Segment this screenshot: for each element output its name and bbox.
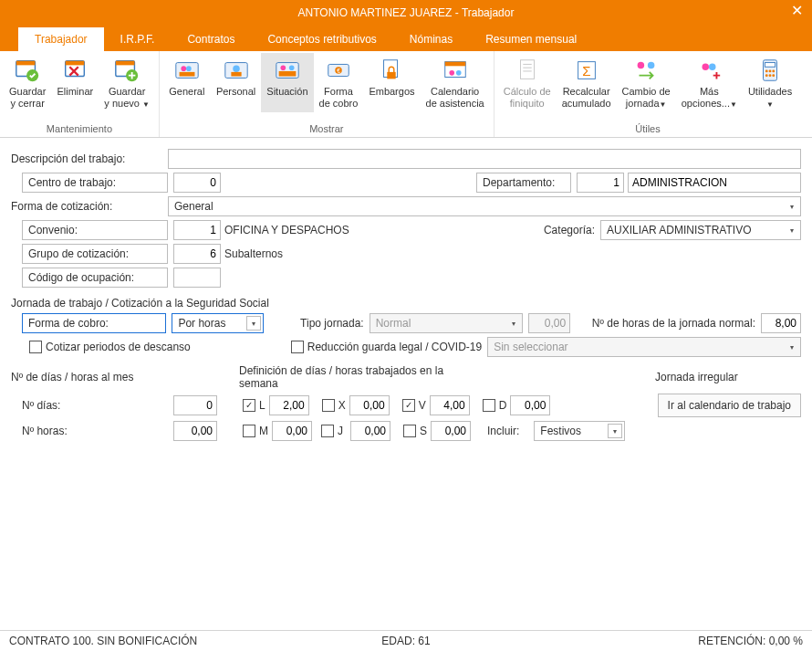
day-M-input[interactable] xyxy=(272,421,312,441)
window-title: ANTONIO MARTINEZ JUAREZ - Trabajador xyxy=(298,6,515,19)
svg-point-27 xyxy=(456,70,462,76)
situacion-button[interactable]: Situación xyxy=(261,53,313,112)
grupo-cotizacion-input[interactable] xyxy=(173,244,221,264)
receipt-icon xyxy=(514,57,541,84)
day-S-checkbox[interactable]: S xyxy=(403,425,427,437)
day-V-input[interactable] xyxy=(430,395,470,415)
reduccion-checkbox[interactable]: Reducción guarda legal / COVID-19 xyxy=(291,341,482,353)
day-D-input[interactable] xyxy=(510,395,550,415)
svg-rect-11 xyxy=(179,72,194,77)
chevron-down-icon: ▼ xyxy=(660,100,667,108)
codigo-ocupacion-label: Código de ocupación: xyxy=(22,268,168,288)
mas-opciones-button[interactable]: Más opciones...▼ xyxy=(676,53,743,112)
day-J-checkbox[interactable]: J xyxy=(321,425,343,437)
ribbon-group-label: Mostrar xyxy=(163,121,490,137)
grupo-cotizacion-label: Grupo de cotización: xyxy=(22,244,168,264)
svg-point-16 xyxy=(280,65,286,70)
ndias-label: Nº días: xyxy=(22,397,82,414)
tab-contratos[interactable]: Contratos xyxy=(171,27,251,51)
chevron-down-icon: ▾ xyxy=(608,424,622,438)
nhoras-input[interactable] xyxy=(173,421,217,441)
svg-rect-6 xyxy=(116,61,135,66)
section-jornada-title: Jornada de trabajo / Cotización a la Seg… xyxy=(11,297,801,310)
convenio-input[interactable] xyxy=(173,220,221,240)
centro-trabajo-label: Centro de trabajo: xyxy=(22,173,168,193)
form-situacion: Descripción del trabajo: Centro de traba… xyxy=(0,138,812,441)
reduccion-select: Sin seleccionar▾ xyxy=(487,337,801,357)
categoria-select[interactable]: AUXILIAR ADMINISTRATIVO▾ xyxy=(600,220,801,240)
categoria-label: Categoría: xyxy=(544,222,600,238)
centro-trabajo-input[interactable] xyxy=(173,173,221,193)
svg-rect-40 xyxy=(765,63,775,68)
tab-irpf[interactable]: I.R.P.F. xyxy=(104,27,172,51)
svg-point-9 xyxy=(181,66,186,71)
general-button[interactable]: General xyxy=(163,53,211,112)
save-new-button[interactable]: Guardar y nuevo ▼ xyxy=(99,53,155,112)
delete-button[interactable]: Eliminar xyxy=(51,53,99,112)
col1-title: Nº de días / horas al mes xyxy=(11,371,239,383)
chevron-down-icon: ▾ xyxy=(786,200,798,213)
col2-title: Definición de días / horas trabajados en… xyxy=(239,364,476,390)
incluir-label: Incluir: xyxy=(487,423,525,439)
svg-point-13 xyxy=(233,65,240,72)
day-X-input[interactable] xyxy=(349,395,390,415)
forma-cobro-label: Forma de cobro: xyxy=(22,313,167,333)
checkbox-icon: ✓ xyxy=(243,399,255,412)
embargos-button[interactable]: Embargos xyxy=(363,53,420,112)
ribbon-group-label: Útiles xyxy=(498,121,797,137)
person-icon xyxy=(223,57,250,84)
departamento-name[interactable] xyxy=(628,173,801,193)
svg-point-42 xyxy=(769,70,772,73)
svg-rect-18 xyxy=(279,71,297,77)
ir-calendario-button[interactable]: Ir al calendario de trabajo xyxy=(658,394,801,417)
save-close-button[interactable]: Guardar y cerrar xyxy=(4,53,51,112)
forma-cobro-button[interactable]: € Forma de cobro xyxy=(314,53,364,112)
day-J-input[interactable] xyxy=(350,421,390,441)
day-L-checkbox[interactable]: ✓L xyxy=(243,399,265,412)
tab-resumen[interactable]: Resumen mensual xyxy=(469,27,593,51)
swap-people-icon xyxy=(632,57,660,84)
tab-conceptos[interactable]: Conceptos retributivos xyxy=(251,27,392,51)
calendar-people-icon xyxy=(442,57,469,84)
incluir-select[interactable]: Festivos▾ xyxy=(534,421,625,441)
chevron-down-icon: ▾ xyxy=(786,224,798,236)
utilidades-button[interactable]: Utilidades ▼ xyxy=(743,53,797,112)
checkbox-icon xyxy=(291,341,304,353)
svg-point-34 xyxy=(638,62,645,69)
forma-cotizacion-label: Forma de cotización: xyxy=(11,198,168,215)
forma-cobro-select[interactable]: Por horas▾ xyxy=(172,313,264,333)
save-close-icon xyxy=(14,57,41,84)
tab-trabajador[interactable]: Trabajador xyxy=(18,27,104,51)
day-S-input[interactable] xyxy=(431,421,471,441)
day-V-checkbox[interactable]: ✓V xyxy=(402,399,426,412)
day-M-checkbox[interactable]: M xyxy=(243,425,268,437)
calculo-finiquito-button: Cálculo de finiquito xyxy=(498,53,557,112)
calendario-asistencia-button[interactable]: Calendario de asistencia xyxy=(421,53,490,112)
day-X-checkbox[interactable]: X xyxy=(322,399,346,412)
svg-rect-1 xyxy=(16,61,36,66)
forma-cotizacion-select[interactable]: General▾ xyxy=(168,196,801,216)
ndias-input[interactable] xyxy=(173,395,217,415)
chevron-down-icon: ▼ xyxy=(730,100,737,108)
recalcular-button[interactable]: Σ Recalcular acumulado xyxy=(557,53,617,112)
checkbox-icon xyxy=(29,341,42,353)
personal-button[interactable]: Personal xyxy=(211,53,261,112)
svg-point-35 xyxy=(648,62,655,69)
cotizar-periodos-checkbox[interactable]: Cotizar periodos de descanso xyxy=(29,341,191,353)
departamento-input[interactable] xyxy=(577,173,624,193)
people-icon xyxy=(274,57,301,84)
day-L-input[interactable] xyxy=(269,395,309,415)
checkbox-icon xyxy=(322,399,335,412)
horas-normal-input[interactable] xyxy=(761,313,801,333)
day-D-checkbox[interactable]: D xyxy=(483,399,507,412)
title-bar: ANTONIO MARTINEZ JUAREZ - Trabajador ✕ xyxy=(0,0,812,26)
svg-point-46 xyxy=(772,74,775,77)
descripcion-input[interactable] xyxy=(168,149,801,169)
tab-nominas[interactable]: Nóminas xyxy=(393,27,469,51)
checkbox-icon xyxy=(243,425,255,437)
close-icon[interactable]: ✕ xyxy=(791,2,803,19)
svg-rect-28 xyxy=(520,60,534,79)
horas-normal-label: Nº de horas de la jornada normal: xyxy=(592,315,761,331)
codigo-ocupacion-input[interactable] xyxy=(173,268,221,288)
cambio-jornada-button[interactable]: Cambio de jornada▼ xyxy=(617,53,676,112)
